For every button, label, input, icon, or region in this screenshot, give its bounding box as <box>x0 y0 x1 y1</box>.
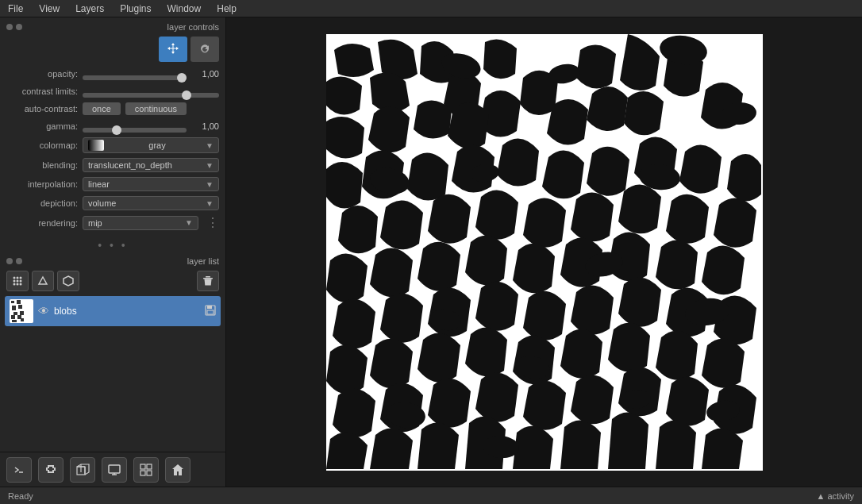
blending-label: blending: <box>6 160 78 170</box>
menu-file[interactable]: File <box>0 2 31 16</box>
depiction-label: depiction: <box>6 198 78 208</box>
blending-value: translucent_no_depth <box>88 160 172 170</box>
svg-rect-12 <box>206 276 210 278</box>
svg-rect-14 <box>207 306 212 309</box>
svg-point-7 <box>17 283 19 286</box>
status-text: Ready <box>8 491 33 501</box>
canvas-area[interactable] <box>226 17 862 487</box>
layer-item[interactable]: 👁 blobs <box>5 296 221 326</box>
colormap-value: gray <box>148 140 165 150</box>
more-options-icon[interactable]: ⋮ <box>206 215 219 230</box>
blending-row: blending: translucent_no_depth ▼ <box>0 156 225 175</box>
header-dot-icon <box>6 24 13 30</box>
gamma-slider-container <box>83 124 187 129</box>
rendering-arrow-icon: ▼ <box>185 218 193 227</box>
depiction-value: volume <box>88 198 116 208</box>
main-layout: layer controls opacity: <box>0 17 862 487</box>
home-button[interactable] <box>165 457 190 483</box>
layer-list-header: layer list <box>0 255 225 267</box>
svg-rect-21 <box>109 465 120 473</box>
svg-marker-10 <box>63 276 73 286</box>
blending-dropdown[interactable]: translucent_no_depth ▼ <box>83 158 219 172</box>
gamma-label: gamma: <box>6 121 78 131</box>
layer-name: blobs <box>54 306 200 317</box>
svg-rect-24 <box>140 464 145 469</box>
svg-point-6 <box>13 283 16 286</box>
three-dots-separator: • • • <box>0 236 225 255</box>
grid-button[interactable] <box>133 457 159 483</box>
gamma-row: gamma: 1,00 <box>0 117 225 135</box>
layer-controls: layer controls opacity: <box>0 17 225 236</box>
rendering-label: rendering: <box>6 218 78 228</box>
interpolation-label: interpolation: <box>6 179 78 189</box>
shapes-tool-button[interactable] <box>32 271 54 291</box>
screen-button[interactable] <box>102 457 127 483</box>
interpolation-dropdown[interactable]: linear ▼ <box>83 177 219 191</box>
opacity-row: opacity: 1,00 <box>0 65 225 83</box>
menu-view[interactable]: View <box>31 2 67 16</box>
auto-contrast-label: auto-contrast: <box>6 104 78 113</box>
layer-list-toolbar <box>0 267 225 294</box>
activity-link[interactable]: ▲ activity <box>816 491 854 501</box>
contrast-label: contrast limits: <box>6 87 78 96</box>
layer-list-title: layer list <box>187 256 219 266</box>
labels-tool-button[interactable] <box>57 271 79 291</box>
colormap-preview <box>88 140 104 151</box>
gamma-value: 1,00 <box>191 121 219 131</box>
layer-list-dot1 <box>6 258 13 264</box>
statusbar: Ready ▲ activity <box>0 487 862 504</box>
contrast-slider-container <box>83 89 219 94</box>
header-left <box>6 24 22 30</box>
contrast-row: contrast limits: <box>0 83 225 100</box>
image-canvas <box>326 34 763 471</box>
plugin-button[interactable] <box>38 457 63 483</box>
menu-layers[interactable]: Layers <box>67 2 112 16</box>
menu-help[interactable]: Help <box>209 2 244 16</box>
points-tool-button[interactable] <box>6 271 29 291</box>
layer-visibility-icon[interactable]: 👁 <box>38 305 49 317</box>
auto-contrast-row: auto-contrast: once continuous <box>0 100 225 117</box>
menu-plugins[interactable]: Plugins <box>112 2 159 16</box>
terminal-button[interactable] <box>6 457 32 483</box>
menubar: File View Layers Plugins Window Help <box>0 0 862 17</box>
depiction-row: depiction: volume ▼ <box>0 194 225 213</box>
rendering-dropdown[interactable]: mip ▼ <box>83 216 198 230</box>
bottom-toolbar <box>0 452 225 487</box>
delete-layer-button[interactable] <box>197 271 219 291</box>
transform-buttons-row <box>0 33 225 65</box>
blob-visualization <box>326 34 763 471</box>
interpolation-arrow-icon: ▼ <box>206 180 214 189</box>
svg-point-0 <box>13 277 16 279</box>
depiction-dropdown[interactable]: volume ▼ <box>83 196 219 210</box>
rendering-row: rendering: mip ▼ ⋮ <box>0 213 225 233</box>
layer-controls-header: layer controls <box>0 21 225 33</box>
colormap-label: colormap: <box>6 140 78 150</box>
svg-point-1 <box>17 277 19 279</box>
svg-rect-15 <box>207 310 214 314</box>
auto-contrast-once-button[interactable]: once <box>83 102 121 115</box>
svg-rect-27 <box>147 471 152 475</box>
rotate-button[interactable] <box>190 37 219 62</box>
menu-window[interactable]: Window <box>160 2 210 16</box>
left-panel: layer controls opacity: <box>0 17 226 487</box>
depiction-arrow-icon: ▼ <box>206 199 214 208</box>
opacity-label: opacity: <box>6 69 78 79</box>
3d-button[interactable] <box>70 457 95 483</box>
move-button[interactable] <box>159 37 187 62</box>
opacity-slider-container <box>83 71 187 76</box>
layer-list: layer list <box>0 255 225 452</box>
auto-contrast-continuous-button[interactable]: continuous <box>125 102 187 115</box>
colormap-dropdown[interactable]: gray ▼ <box>83 137 219 153</box>
colormap-row: colormap: gray ▼ <box>0 135 225 156</box>
opacity-slider[interactable] <box>83 75 187 80</box>
layer-save-icon[interactable] <box>205 305 216 318</box>
interpolation-value: linear <box>88 179 110 189</box>
svg-point-5 <box>20 280 22 283</box>
gamma-slider[interactable] <box>83 128 187 133</box>
svg-rect-11 <box>203 278 213 279</box>
layer-controls-title: layer controls <box>167 22 219 32</box>
opacity-value: 1,00 <box>191 69 219 79</box>
contrast-slider[interactable] <box>83 93 219 98</box>
svg-point-2 <box>20 277 22 279</box>
rendering-value: mip <box>88 218 102 228</box>
